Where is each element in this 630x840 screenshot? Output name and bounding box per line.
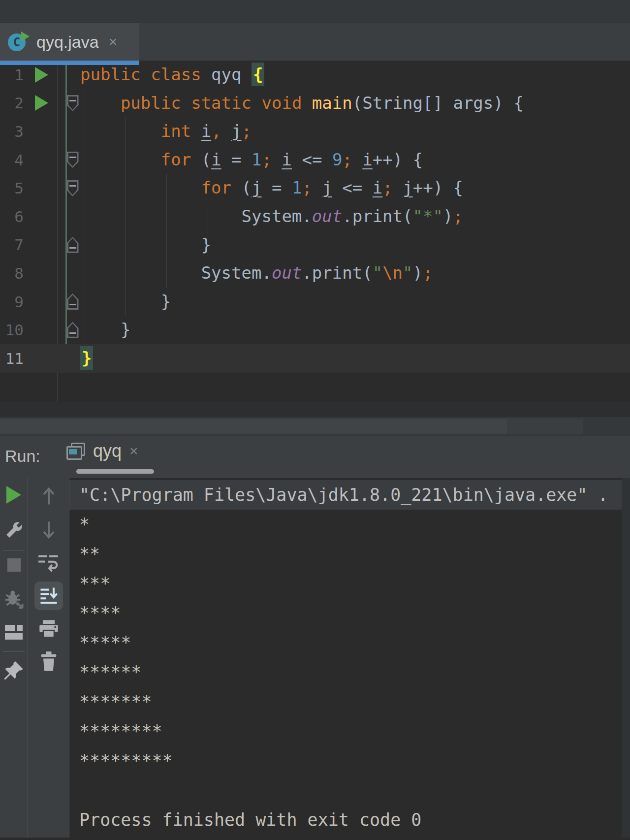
line-number: 8 <box>0 264 24 282</box>
console-line: ****** <box>69 657 622 687</box>
code-editor[interactable]: 1public class qyq {2 public static void … <box>0 61 630 402</box>
next-occurrence-button[interactable] <box>39 519 58 541</box>
console-toolbar <box>28 478 69 838</box>
console-line: ** <box>69 539 622 569</box>
line-number: 6 <box>0 208 24 226</box>
code-text: public static void main(String[] args) { <box>80 89 524 118</box>
clear-all-trash-icon <box>39 650 59 672</box>
pin-icon <box>3 660 25 681</box>
editor-line: 2 public static void main(String[] args)… <box>0 89 630 118</box>
line-number: 1 <box>0 66 24 84</box>
editor-line: 11} <box>0 344 630 373</box>
run-line-icon[interactable] <box>35 67 48 83</box>
console-window-icon <box>66 443 85 459</box>
java-class-run-icon: C <box>8 32 30 52</box>
editor-line: 9 } <box>0 288 630 316</box>
editor-line: 10 } <box>0 316 630 344</box>
console-output[interactable]: "C:\Program Files\Java\jdk1.8.0_221\bin\… <box>69 478 630 838</box>
stop-icon <box>7 558 21 572</box>
line-number: 4 <box>0 151 24 169</box>
horizontal-scrollbar[interactable] <box>0 417 630 436</box>
code-text: } <box>80 231 211 259</box>
run-label: Run: <box>5 447 40 466</box>
line-number: 2 <box>0 94 24 112</box>
line-number: 7 <box>0 236 24 254</box>
fold-icon[interactable] <box>67 293 79 310</box>
tab-qyq-java[interactable]: C qyq.java × <box>0 23 139 61</box>
fold-icon[interactable] <box>67 152 79 168</box>
selected-run-tab-indicator <box>76 469 154 474</box>
console-line: * <box>69 510 622 539</box>
code-text: } <box>80 316 130 344</box>
console-line: **** <box>69 598 622 628</box>
ide-window: { "colors": { "editor_bg": "#2B2B2B", "p… <box>0 0 630 840</box>
editor-line: 5 for (j = 1; j <= i; j++) { <box>0 174 630 202</box>
scroll-to-end-button[interactable] <box>34 582 63 610</box>
run-toolbar <box>0 478 28 838</box>
fold-icon[interactable] <box>67 95 79 111</box>
editor-line: 7 } <box>0 231 630 259</box>
console-line: ******** <box>69 716 622 746</box>
run-line-icon[interactable] <box>35 95 48 111</box>
editor-tab-bar: C qyq.java × <box>0 23 630 61</box>
toolbar-separator <box>3 651 25 652</box>
console-line: ***** <box>69 628 622 657</box>
print-icon <box>38 619 60 640</box>
wrench-icon <box>4 520 24 540</box>
code-text: int i, j; <box>80 117 252 146</box>
close-icon[interactable]: × <box>129 443 138 459</box>
run-tab-qyq[interactable]: qyq × <box>66 441 138 461</box>
line-number: 11 <box>0 350 24 367</box>
console-line: ******* <box>69 687 622 716</box>
rerun-icon <box>6 486 21 504</box>
line-number: 10 <box>0 321 24 339</box>
up-arrow-icon <box>39 485 58 507</box>
line-number: 3 <box>0 123 24 140</box>
clear-all-button[interactable] <box>39 650 59 672</box>
line-number: 9 <box>0 293 24 311</box>
rerun-button[interactable] <box>6 486 21 504</box>
soft-wrap-icon <box>37 553 60 573</box>
code-text: for (i = 1; i <= 9; i++) { <box>80 146 423 174</box>
stop-button[interactable] <box>7 558 21 572</box>
code-text: for (j = 1; j <= i; j++) { <box>80 174 463 202</box>
console-line: ********* <box>69 746 622 775</box>
scrollbar-track-piece <box>507 419 583 434</box>
console-lines: "C:\Program Files\Java\jdk1.8.0_221\bin\… <box>69 480 622 835</box>
window-top-strip <box>0 0 630 23</box>
code-text: } <box>80 288 171 316</box>
console-line: Process finished with exit code 0 <box>69 805 622 835</box>
debug-button[interactable] <box>3 588 25 610</box>
editor-lines: 1public class qyq {2 public static void … <box>0 61 630 373</box>
fold-icon[interactable] <box>67 237 79 253</box>
prev-occurrence-button[interactable] <box>39 485 58 507</box>
console-line: *** <box>69 569 622 598</box>
editor-tab-title: qyq.java <box>36 32 99 52</box>
debug-bug-icon <box>3 588 25 610</box>
editor-line: 4 for (i = 1; i <= 9; i++) { <box>0 146 630 174</box>
print-button[interactable] <box>38 619 60 640</box>
editor-line: 8 System.out.print("\n"); <box>0 259 630 288</box>
editor-line: 3 int i, j; <box>0 117 630 146</box>
run-header: Run: qyq × <box>0 436 630 478</box>
fold-icon[interactable] <box>67 322 79 338</box>
restore-layout-icon <box>5 625 23 641</box>
console-line: "C:\Program Files\Java\jdk1.8.0_221\bin\… <box>69 480 622 510</box>
down-arrow-icon <box>39 519 58 541</box>
scroll-to-end-icon <box>38 585 59 606</box>
code-text: System.out.print("*"); <box>80 202 463 231</box>
editor-bottom-gap <box>0 402 630 417</box>
close-icon[interactable]: × <box>109 33 118 50</box>
fold-icon[interactable] <box>67 180 79 196</box>
scrollbar-thumb[interactable] <box>0 419 507 434</box>
settings-button[interactable] <box>4 520 24 540</box>
pin-button[interactable] <box>3 660 25 681</box>
toolbar-separator <box>3 550 25 550</box>
run-tool-window: Run: qyq × <box>0 436 630 838</box>
run-body: "C:\Program Files\Java\jdk1.8.0_221\bin\… <box>0 478 630 838</box>
code-text: System.out.print("\n"); <box>80 259 433 288</box>
run-overlay-icon <box>21 32 30 41</box>
restore-layout-button[interactable] <box>5 625 23 641</box>
line-number: 5 <box>0 179 24 197</box>
soft-wrap-button[interactable] <box>37 553 60 573</box>
